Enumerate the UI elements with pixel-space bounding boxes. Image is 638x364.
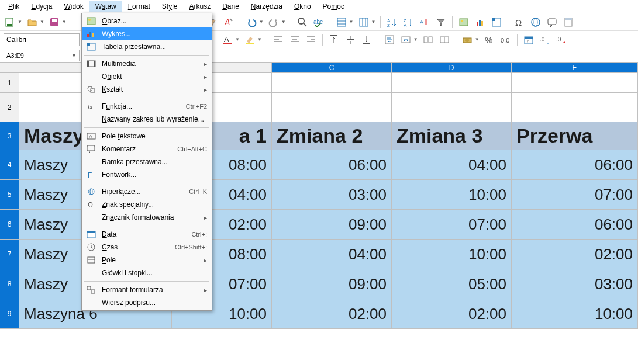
cell[interactable]: Przerwa <box>512 122 638 150</box>
menu-item-pole[interactable]: Pole▸ <box>82 254 212 266</box>
align-center-icon[interactable] <box>288 33 301 46</box>
add-decimal-icon[interactable]: .0 <box>539 33 551 46</box>
menu-dane[interactable]: Dane <box>216 1 245 12</box>
menu-item-nazwany-zakres[interactable]: Nazwany zakres lub wyrażenie... <box>82 113 212 126</box>
align-left-icon[interactable] <box>272 33 285 46</box>
menu-item-glowki-stopki[interactable]: Główki i stopki... <box>82 266 212 279</box>
open-icon[interactable] <box>26 16 39 29</box>
cell[interactable] <box>512 93 638 122</box>
chart-icon[interactable] <box>474 16 487 29</box>
col-header-E[interactable]: E <box>512 63 638 73</box>
row-header[interactable]: 2 <box>0 93 19 122</box>
menu-item-wiersz-podpisu[interactable]: Wiersz podpisu... <box>82 296 212 309</box>
menu-item-data[interactable]: DataCtrl+; <box>82 228 212 241</box>
dropdown-arrow-icon[interactable]: ▼ <box>475 37 480 42</box>
menu-item-tabela-przestawna[interactable]: Tabela przestawna... <box>82 40 212 53</box>
cell[interactable]: 04:00 <box>392 150 512 180</box>
cell[interactable]: 06:00 <box>512 150 638 180</box>
dropdown-arrow-icon[interactable]: ▼ <box>40 19 44 25</box>
cell[interactable]: 05:00 <box>392 269 512 299</box>
menu-item-formant-formularza[interactable]: Formant formularza▸ <box>82 283 212 296</box>
sort-asc-icon[interactable]: AZ <box>385 16 398 29</box>
cell[interactable]: 06:00 <box>512 210 638 240</box>
currency-icon[interactable] <box>461 33 474 46</box>
cell[interactable] <box>392 73 512 93</box>
unmerge-cells-icon[interactable] <box>422 33 434 46</box>
menu-item-fontwork[interactable]: F Fontwork... <box>82 168 212 181</box>
merge-cells-icon[interactable] <box>399 33 412 46</box>
cell[interactable] <box>272 73 392 93</box>
save-icon[interactable] <box>48 16 61 29</box>
remove-decimal-icon[interactable]: .0 <box>555 33 568 46</box>
number-icon[interactable]: 0.0 <box>499 33 512 46</box>
col-header-D[interactable]: D <box>392 63 512 73</box>
highlight-icon[interactable] <box>243 33 256 46</box>
menu-item-obiekt[interactable]: Obiekt▸ <box>82 70 212 83</box>
cell[interactable]: 06:00 <box>272 150 392 180</box>
cell[interactable]: 07:00 <box>392 210 512 240</box>
font-color-icon[interactable]: A <box>221 33 234 46</box>
cell[interactable]: 02:00 <box>512 240 638 269</box>
row-header[interactable]: 1 <box>0 73 19 93</box>
row-header[interactable]: 8 <box>0 269 19 299</box>
menu-narzedzia[interactable]: Narzędzia <box>245 1 288 12</box>
row-header[interactable]: 3 <box>0 122 19 150</box>
menu-style[interactable]: Style <box>156 1 184 12</box>
clone-format-icon[interactable]: A <box>222 16 235 29</box>
menu-widok[interactable]: Widok <box>58 1 89 12</box>
menu-item-ramka-przestawna[interactable]: Ramka przestawna... <box>82 155 212 168</box>
menu-item-znak-specjalny[interactable]: Ω Znak specjalny... <box>82 198 212 211</box>
image-icon[interactable] <box>457 16 470 29</box>
comment-icon[interactable] <box>546 16 558 29</box>
cell[interactable]: 07:00 <box>512 180 638 210</box>
cell[interactable]: 10:00 <box>392 180 512 210</box>
date-icon[interactable]: 7 <box>522 33 535 46</box>
cell[interactable] <box>512 73 638 93</box>
menu-item-komentarz[interactable]: KomentarzCtrl+Alt+C <box>82 143 212 155</box>
col-header-C[interactable]: C <box>272 63 392 73</box>
menu-wstaw[interactable]: Wstaw <box>89 1 122 12</box>
spellcheck-icon[interactable]: abc <box>312 16 325 29</box>
percent-icon[interactable]: % <box>483 33 496 46</box>
headers-footers-icon[interactable] <box>562 16 575 29</box>
menu-okno[interactable]: Okno <box>288 1 317 12</box>
dropdown-arrow-icon[interactable]: ▼ <box>371 19 376 25</box>
sort-config-icon[interactable]: A <box>418 16 431 29</box>
cell[interactable]: 03:00 <box>272 180 392 210</box>
menu-item-znacznik-formatowania[interactable]: Znacznik formatowania▸ <box>82 211 212 224</box>
align-right-icon[interactable] <box>305 33 318 46</box>
menu-item-hiperlacze[interactable]: Hiperłącze...Ctrl+K <box>82 185 212 198</box>
align-middle-icon[interactable] <box>344 33 357 46</box>
font-name-select[interactable]: Calibri <box>4 33 80 46</box>
cell[interactable]: 04:00 <box>272 240 392 269</box>
dropdown-arrow-icon[interactable]: ▼ <box>62 19 67 25</box>
dropdown-arrow-icon[interactable]: ▼ <box>281 19 286 25</box>
row-header[interactable]: 6 <box>0 210 19 240</box>
menu-format[interactable]: Format <box>122 1 156 12</box>
new-doc-icon[interactable] <box>4 16 16 29</box>
row-header[interactable]: 9 <box>0 299 19 329</box>
cell[interactable]: 09:00 <box>272 269 392 299</box>
menu-plik[interactable]: Plik <box>2 1 25 12</box>
wrap-text-icon[interactable] <box>383 33 396 46</box>
cell[interactable]: 10:00 <box>392 240 512 269</box>
row-header[interactable]: 5 <box>0 180 19 210</box>
row-header[interactable]: 7 <box>0 240 19 269</box>
menu-item-czas[interactable]: CzasCtrl+Shift+; <box>82 241 212 254</box>
dropdown-arrow-icon[interactable]: ▼ <box>235 37 240 42</box>
dropdown-arrow-icon[interactable]: ▼ <box>413 37 418 42</box>
dropdown-arrow-icon[interactable]: ▼ <box>349 19 354 25</box>
cell[interactable] <box>272 93 392 122</box>
menu-arkusz[interactable]: Arkusz <box>183 1 216 12</box>
autofilter-icon[interactable] <box>434 16 447 29</box>
cell[interactable]: 02:00 <box>272 299 392 329</box>
column-icon[interactable] <box>357 16 370 29</box>
cell[interactable]: 03:00 <box>512 269 638 299</box>
split-cells-icon[interactable] <box>438 33 451 46</box>
special-char-icon[interactable]: Ω <box>513 16 526 29</box>
sort-desc-icon[interactable]: ZA <box>402 16 415 29</box>
menu-edycja[interactable]: Edycja <box>25 1 58 12</box>
cell[interactable]: 02:00 <box>392 299 512 329</box>
hyperlink-icon[interactable] <box>529 16 542 29</box>
cell[interactable]: Zmiana 2 <box>272 122 392 150</box>
